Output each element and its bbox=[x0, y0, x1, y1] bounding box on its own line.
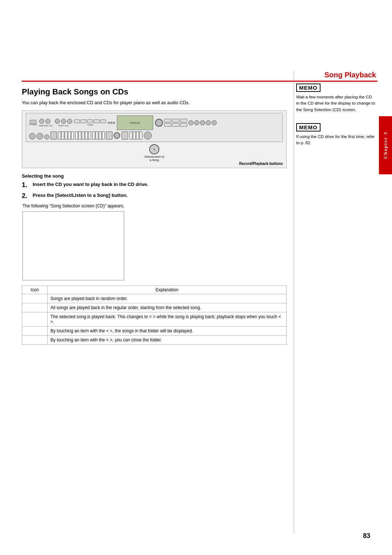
step-text-1: Insert the CD you want to play back in t… bbox=[33, 182, 148, 187]
wkey1 bbox=[58, 131, 61, 139]
step-text-2: Press the [Select/Listen to a Song] butt… bbox=[33, 193, 127, 198]
slide-switch bbox=[50, 131, 57, 139]
table-row: Songs are played back in random order. bbox=[22, 294, 287, 303]
section-title: Playing Back Songs on CDs bbox=[22, 87, 287, 97]
table-row-4: By touching an item with the < >, you ca… bbox=[22, 335, 287, 344]
explanation-text-4: By touching an item with the < >, you ca… bbox=[50, 337, 162, 343]
wkey14 bbox=[102, 131, 105, 139]
wkey6 bbox=[75, 131, 78, 139]
rec-btn1 bbox=[164, 119, 171, 122]
power-label: POWER bbox=[29, 123, 37, 126]
end-knob bbox=[144, 131, 152, 139]
select-listen-btn[interactable]: ● bbox=[149, 144, 159, 154]
play-btns bbox=[164, 123, 187, 127]
rec-btn2 bbox=[172, 119, 179, 122]
wkey3 bbox=[65, 131, 68, 139]
table-icon-2 bbox=[22, 312, 48, 326]
power-btn bbox=[30, 120, 36, 123]
chapter-tab: Chapter 3 bbox=[379, 116, 392, 174]
memo-text-2: If using the CD drive for the first time… bbox=[296, 134, 376, 146]
knob1 bbox=[39, 119, 44, 124]
explanation-text-1: All songs are played back in the regular… bbox=[50, 305, 201, 310]
wkey11 bbox=[92, 131, 95, 139]
slide-switch3 bbox=[122, 131, 128, 139]
knob-row2 bbox=[55, 119, 72, 124]
wkey18 bbox=[139, 131, 142, 139]
memo-block-1: MEMO Wait a few moments after placing th… bbox=[296, 84, 376, 113]
explanation-text-3: By touching an item with the < >, the so… bbox=[50, 328, 193, 333]
ex-knob4 bbox=[206, 120, 211, 125]
chapter-title: Song Playback bbox=[324, 71, 376, 79]
wkey7 bbox=[78, 131, 81, 139]
large-knob bbox=[155, 119, 163, 127]
led3 bbox=[113, 122, 115, 124]
btn5 bbox=[100, 119, 106, 123]
table-icon-0 bbox=[22, 294, 48, 303]
screen-display-box bbox=[23, 211, 124, 280]
wkey16 bbox=[133, 131, 136, 139]
memo-label-2: MEMO bbox=[299, 124, 318, 130]
wkey2 bbox=[61, 131, 64, 139]
step-text-1-strong: Insert the CD you want to play back in t… bbox=[33, 182, 148, 187]
ex-knob2 bbox=[194, 120, 199, 125]
display-text: DISPLAY bbox=[130, 122, 140, 124]
table-icon-4 bbox=[22, 335, 48, 344]
wkey5 bbox=[71, 131, 74, 139]
wkey8 bbox=[82, 131, 85, 139]
play-btn3 bbox=[180, 123, 187, 127]
explanation-text-2: The selected song is played back. This c… bbox=[50, 314, 281, 324]
intro-text: You can play back the enclosed CD and CD… bbox=[22, 100, 287, 105]
wkey9 bbox=[85, 131, 88, 139]
more-btns bbox=[114, 131, 152, 139]
record-btns bbox=[164, 119, 187, 122]
explanation-text-0: Songs are played back in random order. bbox=[50, 296, 128, 301]
panel-top-row: POWER MASTER VOL bbox=[29, 116, 279, 130]
wkey12 bbox=[95, 131, 98, 139]
memo-text-1: Wait a few moments after placing the CD … bbox=[296, 94, 376, 113]
chapter-tab-number: 3 bbox=[383, 132, 388, 135]
table-explanation-3: By touching an item with the < >, the so… bbox=[48, 326, 287, 335]
knob5 bbox=[67, 119, 72, 124]
power-section: POWER bbox=[29, 120, 37, 126]
bottom-key-group4 bbox=[130, 131, 142, 139]
btn4 bbox=[94, 119, 99, 123]
led2 bbox=[110, 122, 113, 124]
bottom-knob2 bbox=[37, 133, 43, 139]
bottom-key-group3 bbox=[92, 131, 105, 139]
ex-knob5 bbox=[212, 120, 217, 125]
table-header-icon: Icon bbox=[22, 285, 48, 294]
memo-block-2: MEMO If using the CD drive for the first… bbox=[296, 123, 376, 146]
step-number-2: 2. bbox=[22, 193, 30, 200]
memo-label-1: MEMO bbox=[299, 85, 318, 91]
wkey4 bbox=[68, 131, 71, 139]
chapter-tab-label: Chapter bbox=[383, 137, 388, 159]
chapter-title-underline bbox=[22, 81, 377, 82]
table-header-row: Icon Explanation bbox=[22, 285, 287, 294]
piano-label-text: Record/Playback buttons bbox=[239, 162, 283, 166]
bottom-knob3 bbox=[44, 134, 49, 139]
select-btn-inner: ● bbox=[154, 148, 155, 150]
step-item-2: 2. Press the [Select/Listen to a Song] b… bbox=[22, 193, 287, 200]
extra-knobs bbox=[188, 120, 217, 125]
btn3 bbox=[87, 119, 93, 123]
selecting-heading: Selecting the song bbox=[22, 173, 287, 179]
btn-row2 bbox=[108, 122, 115, 124]
circle-btn1 bbox=[114, 132, 120, 139]
bottom-knob1 bbox=[29, 133, 36, 139]
knob-group2: PART VOL bbox=[55, 119, 72, 127]
knob2 bbox=[45, 119, 50, 124]
led1 bbox=[108, 122, 110, 124]
step-number-1: 1. bbox=[22, 182, 30, 189]
piano-panel: POWER MASTER VOL bbox=[26, 113, 283, 142]
step-text-2-strong: Press the [Select/Listen to a Song] butt… bbox=[33, 193, 127, 198]
right-sidebar: MEMO Wait a few moments after placing th… bbox=[296, 84, 376, 156]
btn2 bbox=[81, 119, 86, 123]
memo-logo-1: MEMO bbox=[296, 84, 320, 92]
ex-knob3 bbox=[200, 120, 205, 125]
btn-group2 bbox=[108, 122, 115, 124]
wkey15 bbox=[130, 131, 132, 139]
piano-image-box: POWER MASTER VOL bbox=[22, 110, 287, 168]
chapter-title-text: Song Playback bbox=[324, 71, 376, 79]
step-list: 1. Insert the CD you want to play back i… bbox=[22, 182, 287, 200]
following-text: The following “Song Selection screen (CD… bbox=[23, 203, 287, 208]
